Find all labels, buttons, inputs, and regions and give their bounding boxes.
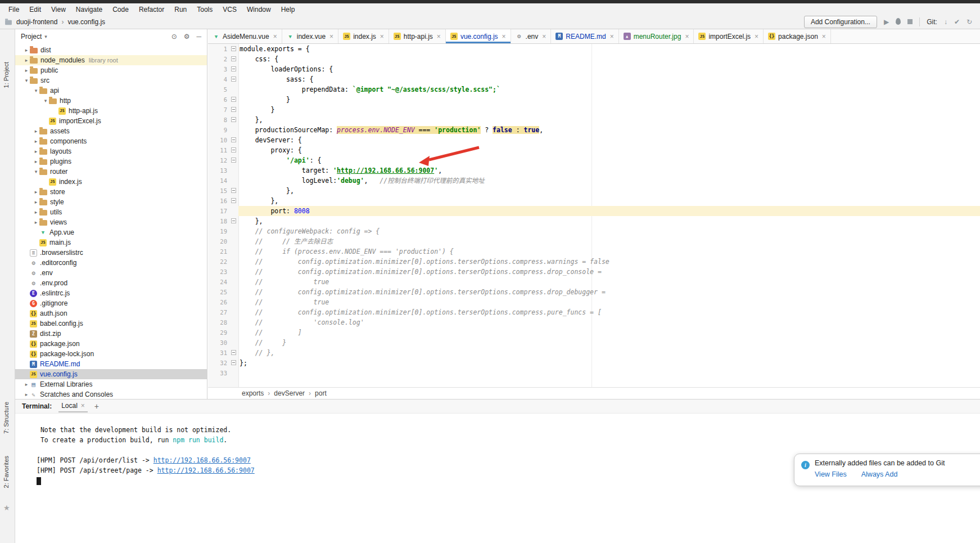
tab-package.json[interactable]: {}package.json× <box>764 29 831 43</box>
code-line[interactable]: 11 proxy: { <box>208 145 980 155</box>
code-line[interactable]: 25 // config.optimization.minimizer[0].o… <box>208 287 980 297</box>
code-editor[interactable]: 1module.exports = {2 css: {3 loaderOptio… <box>208 44 980 388</box>
tree-item-.browserslistrc[interactable]: ≡.browserslistrc <box>15 248 207 258</box>
code-line[interactable]: 19 // configureWebpack: config => { <box>208 226 980 236</box>
fold-marker-icon[interactable] <box>229 54 238 64</box>
code-line[interactable]: 5 prependData: `@import "~@/assets/scss/… <box>208 84 980 95</box>
tab-importExcel.js[interactable]: JSimportExcel.js× <box>694 29 764 43</box>
tree-item-node_modules[interactable]: ▸node_moduleslibrary root <box>15 55 207 65</box>
tree-item-router[interactable]: ▾router <box>15 167 207 177</box>
code-line[interactable]: 21 // if (process.env.NODE_ENV === 'prod… <box>208 246 980 257</box>
tree-item-style[interactable]: ▸style <box>15 197 207 207</box>
chevron-right-icon[interactable]: ▸ <box>33 189 39 195</box>
code-line[interactable]: 10 devServer: { <box>208 135 980 145</box>
menu-refactor[interactable]: Refactor <box>134 5 169 15</box>
favorites-star-icon[interactable]: ★ <box>3 504 10 512</box>
tree-item-store[interactable]: ▸store <box>15 187 207 197</box>
fold-marker-icon[interactable] <box>229 196 238 206</box>
tree-item-package-lock.json[interactable]: {}package-lock.json <box>15 349 207 359</box>
chevron-right-icon[interactable]: ▸ <box>33 149 39 154</box>
tree-item-api[interactable]: ▾api <box>15 86 207 96</box>
menu-window[interactable]: Window <box>242 5 276 15</box>
tab-http-api.js[interactable]: JShttp-api.js× <box>389 29 446 43</box>
debug-icon[interactable] <box>896 18 901 26</box>
tree-item-babel.config.js[interactable]: JSbabel.config.js <box>15 318 207 329</box>
code-line[interactable]: 3 loaderOptions: { <box>208 64 980 74</box>
fold-marker-icon[interactable] <box>229 155 238 165</box>
tree-item-External Libraries[interactable]: ▸▤External Libraries <box>15 379 207 389</box>
tree-item-importExcel.js[interactable]: JSimportExcel.js <box>15 116 207 126</box>
menu-edit[interactable]: Edit <box>24 5 46 15</box>
fold-marker-icon[interactable] <box>229 115 238 125</box>
menu-code[interactable]: Code <box>107 5 134 15</box>
chevron-down-icon[interactable]: ▾ <box>44 34 47 39</box>
menu-run[interactable]: Run <box>169 5 192 15</box>
code-line[interactable]: 27 // config.optimization.minimizer[0].o… <box>208 307 980 317</box>
code-line[interactable]: 26 // true <box>208 297 980 307</box>
tree-item-views[interactable]: ▸views <box>15 217 207 227</box>
chevron-right-icon[interactable]: ▸ <box>33 128 39 134</box>
close-icon[interactable]: × <box>610 33 614 41</box>
tree-item-auth.json[interactable]: {}auth.json <box>15 308 207 318</box>
tree-item-App.vue[interactable]: ▼App.vue <box>15 227 207 237</box>
tree-item-.env.prod[interactable]: ⚙.env.prod <box>15 278 207 288</box>
close-icon[interactable]: × <box>542 33 546 41</box>
tree-item-layouts[interactable]: ▸layouts <box>15 146 207 156</box>
fold-marker-icon[interactable] <box>229 74 238 84</box>
code-line[interactable]: 23 // config.optimization.minimizer[0].o… <box>208 267 980 277</box>
tree-item-assets[interactable]: ▸assets <box>15 126 207 136</box>
terminal-link[interactable]: http://192.168.66.56:9007 <box>153 456 251 464</box>
stripe-structure-button[interactable]: 7: Structure <box>3 402 10 434</box>
tree-item-public[interactable]: ▸public <box>15 65 207 75</box>
vcs-update-icon[interactable]: ↓ <box>944 19 947 25</box>
chevron-right-icon[interactable]: ▸ <box>23 57 30 63</box>
chevron-right-icon[interactable]: ▸ <box>33 219 39 225</box>
code-line[interactable]: 4 sass: { <box>208 74 980 84</box>
fold-marker-icon[interactable] <box>229 64 238 74</box>
code-line[interactable]: 32}; <box>208 358 980 368</box>
tree-item-README.md[interactable]: MREADME.md <box>15 359 207 369</box>
close-icon[interactable]: × <box>437 33 441 41</box>
code-line[interactable]: 22 // config.optimization.minimizer[0].o… <box>208 257 980 267</box>
code-line[interactable]: 29 // ] <box>208 327 980 338</box>
close-icon[interactable]: × <box>380 33 384 41</box>
terminal-cursor[interactable] <box>37 477 41 485</box>
code-line[interactable]: 8 }, <box>208 115 980 125</box>
tree-item-vue.config.js[interactable]: JSvue.config.js <box>15 369 207 379</box>
tree-item-.editorconfig[interactable]: ⚙.editorconfig <box>15 258 207 268</box>
always-add-link[interactable]: Always Add <box>861 470 898 478</box>
tab-README.md[interactable]: MREADME.md× <box>551 29 618 43</box>
tree-item-index.js[interactable]: JSindex.js <box>15 177 207 187</box>
fold-marker-icon[interactable] <box>229 44 238 54</box>
tree-item-utils[interactable]: ▸utils <box>15 207 207 217</box>
tree-item-.gitignore[interactable]: G.gitignore <box>15 298 207 308</box>
settings-gear-icon[interactable]: ⚙ <box>184 33 190 41</box>
hide-panel-icon[interactable]: ─ <box>196 33 201 41</box>
terminal-tab-local[interactable]: Local × <box>58 400 88 412</box>
code-line[interactable]: 33 <box>208 368 980 378</box>
chevron-right-icon[interactable]: ▸ <box>23 68 30 73</box>
fold-marker-icon[interactable] <box>229 186 238 196</box>
tree-item-package.json[interactable]: {}package.json <box>15 339 207 349</box>
chevron-right-icon[interactable]: ▸ <box>33 138 39 144</box>
tree-item-src[interactable]: ▾src <box>15 75 207 86</box>
tab-index.js[interactable]: JSindex.js× <box>338 29 389 43</box>
code-line[interactable]: 14 logLevel:'debug', //控制台终端打印代理前的真实地址 <box>208 176 980 186</box>
tab-.env[interactable]: ⚙.env× <box>511 29 552 43</box>
chevron-right-icon[interactable]: ▸ <box>23 392 30 397</box>
fold-marker-icon[interactable] <box>229 358 238 368</box>
close-icon[interactable]: × <box>685 33 689 41</box>
editor-breadcrumb-devServer[interactable]: devServer <box>274 389 305 397</box>
locate-file-icon[interactable]: ⊙ <box>171 33 177 41</box>
run-icon[interactable]: ▶ <box>884 19 889 25</box>
code-line[interactable]: 1module.exports = { <box>208 44 980 54</box>
chevron-down-icon[interactable]: ▾ <box>42 98 49 104</box>
chevron-right-icon[interactable]: ▸ <box>33 199 39 205</box>
close-icon[interactable]: × <box>273 33 277 41</box>
vcs-revert-icon[interactable]: ↻ <box>967 19 972 25</box>
view-files-link[interactable]: View Files <box>815 470 847 478</box>
fold-marker-icon[interactable] <box>229 348 238 358</box>
stripe-favorites-button[interactable]: 2: Favorites <box>3 456 10 488</box>
tree-item-.env[interactable]: ⚙.env <box>15 268 207 278</box>
code-line[interactable]: 28 // 'console.log' <box>208 317 980 327</box>
